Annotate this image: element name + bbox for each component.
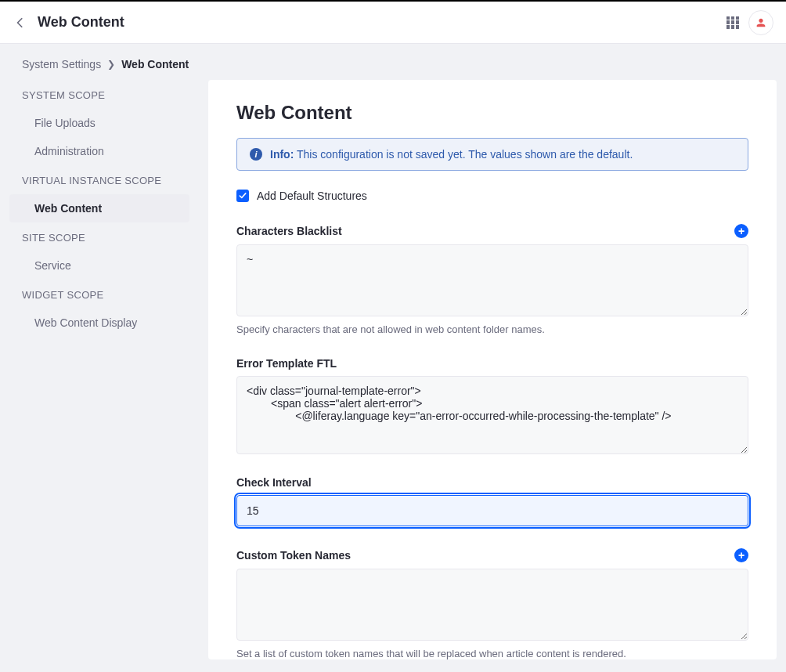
error-template-label: Error Template FTL [236, 357, 337, 370]
breadcrumb-link[interactable]: System Settings [22, 58, 101, 70]
info-alert: i Info: This configuration is not saved … [236, 138, 748, 171]
sidebar: SYSTEM SCOPE File Uploads Administration… [9, 80, 189, 659]
sidebar-item-service[interactable]: Service [9, 251, 189, 280]
info-icon: i [250, 148, 262, 161]
main-title: Web Content [236, 102, 748, 124]
checkbox-row: Add Default Structures [236, 190, 748, 202]
avatar[interactable] [748, 10, 773, 35]
scope-header-system: SYSTEM SCOPE [9, 80, 189, 109]
page-title: Web Content [38, 14, 727, 31]
custom-tokens-textarea[interactable] [236, 569, 748, 641]
apps-icon[interactable] [727, 16, 739, 29]
sidebar-item-administration[interactable]: Administration [9, 137, 189, 165]
sidebar-item-file-uploads[interactable]: File Uploads [9, 109, 189, 137]
blacklist-help: Specify characters that are not allowed … [236, 323, 748, 335]
custom-tokens-help: Set a list of custom token names that wi… [236, 648, 748, 659]
breadcrumb-current: Web Content [121, 58, 189, 70]
checkbox-label: Add Default Structures [257, 190, 367, 202]
add-blacklist-button[interactable]: + [734, 224, 748, 238]
topbar: Web Content [0, 0, 786, 44]
sidebar-item-web-content[interactable]: Web Content [9, 194, 189, 222]
check-interval-label: Check Interval [236, 476, 312, 489]
info-text: This configuration is not saved yet. The… [297, 148, 633, 161]
add-default-structures-checkbox[interactable] [236, 190, 249, 202]
topbar-right [727, 10, 773, 35]
blacklist-textarea[interactable] [236, 244, 748, 316]
scope-header-virtual: VIRTUAL INSTANCE SCOPE [9, 165, 189, 194]
check-interval-input[interactable] [236, 495, 748, 526]
breadcrumb: System Settings ❯ Web Content [0, 44, 786, 80]
scope-header-widget: WIDGET SCOPE [9, 280, 189, 309]
main-panel: Web Content i Info: This configuration i… [208, 80, 777, 659]
error-template-textarea[interactable]: <div class="journal-template-error"> <sp… [236, 376, 748, 454]
add-token-button[interactable]: + [734, 548, 748, 562]
custom-tokens-label: Custom Token Names [236, 549, 351, 562]
back-icon[interactable] [13, 15, 28, 31]
scope-header-site: SITE SCOPE [9, 222, 189, 251]
info-label: Info: [270, 148, 294, 161]
blacklist-label: Characters Blacklist [236, 225, 342, 237]
sidebar-item-web-content-display[interactable]: Web Content Display [9, 309, 189, 337]
chevron-right-icon: ❯ [107, 59, 115, 70]
